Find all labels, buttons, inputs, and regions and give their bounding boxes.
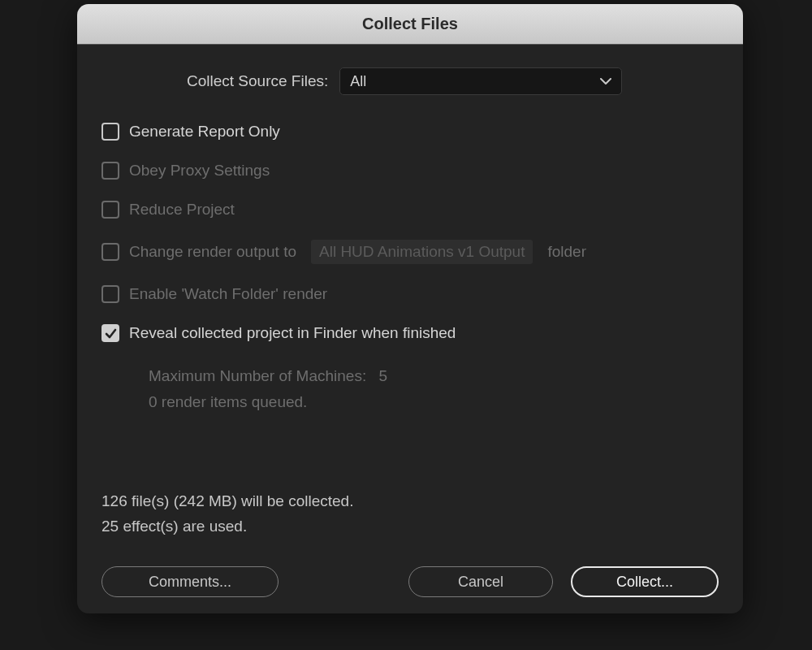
machines-info: Maximum Number of Machines: 5 0 render i… <box>149 363 719 416</box>
comments-button-label: Comments... <box>149 574 231 591</box>
checkmark-icon <box>105 328 117 339</box>
reveal-finder-checkbox[interactable] <box>102 324 119 342</box>
comments-button[interactable]: Comments... <box>102 566 279 597</box>
enable-watch-row: Enable 'Watch Folder' render <box>102 285 719 303</box>
change-output-field[interactable]: All HUD Animations v1 Output <box>311 240 533 264</box>
button-row: Comments... Cancel Collect... <box>102 566 719 597</box>
enable-watch-checkbox[interactable] <box>102 285 119 303</box>
dialog-title: Collect Files <box>362 15 458 33</box>
reduce-project-checkbox[interactable] <box>102 201 119 219</box>
generate-report-checkbox[interactable] <box>102 123 119 141</box>
collect-button[interactable]: Collect... <box>571 566 719 597</box>
reveal-finder-row: Reveal collected project in Finder when … <box>102 324 719 342</box>
source-files-row: Collect Source Files: All <box>187 67 719 95</box>
change-output-prefix: Change render output to <box>129 243 296 261</box>
cancel-button[interactable]: Cancel <box>408 566 553 597</box>
obey-proxy-label: Obey Proxy Settings <box>129 162 270 180</box>
obey-proxy-row: Obey Proxy Settings <box>102 162 719 180</box>
collect-files-dialog: Collect Files Collect Source Files: All … <box>77 4 743 613</box>
generate-report-row: Generate Report Only <box>102 123 719 141</box>
change-output-row: Change render output to All HUD Animatio… <box>102 240 719 264</box>
change-output-suffix: folder <box>547 243 586 261</box>
summary-effects: 25 effect(s) are used. <box>102 514 353 539</box>
source-files-value: All <box>350 73 366 90</box>
machines-label: Maximum Number of Machines: <box>149 367 366 384</box>
summary-block: 126 file(s) (242 MB) will be collected. … <box>102 489 353 539</box>
machines-value: 5 <box>378 367 387 384</box>
reduce-project-row: Reduce Project <box>102 201 719 219</box>
change-output-checkbox[interactable] <box>102 243 119 261</box>
obey-proxy-checkbox[interactable] <box>102 162 119 180</box>
collect-button-label: Collect... <box>616 574 673 591</box>
summary-files: 126 file(s) (242 MB) will be collected. <box>102 489 353 514</box>
generate-report-label: Generate Report Only <box>129 123 280 141</box>
source-files-label: Collect Source Files: <box>187 72 328 90</box>
reveal-finder-label: Reveal collected project in Finder when … <box>129 324 456 342</box>
chevron-down-icon <box>600 78 611 85</box>
dialog-titlebar: Collect Files <box>77 4 743 45</box>
dialog-content: Collect Source Files: All Generate Repor… <box>77 45 743 613</box>
cancel-button-label: Cancel <box>458 574 503 591</box>
machines-row: Maximum Number of Machines: 5 <box>149 363 719 389</box>
queued-text: 0 render items queued. <box>149 389 719 415</box>
source-files-dropdown[interactable]: All <box>339 67 622 95</box>
enable-watch-label: Enable 'Watch Folder' render <box>129 285 327 303</box>
reduce-project-label: Reduce Project <box>129 201 235 219</box>
